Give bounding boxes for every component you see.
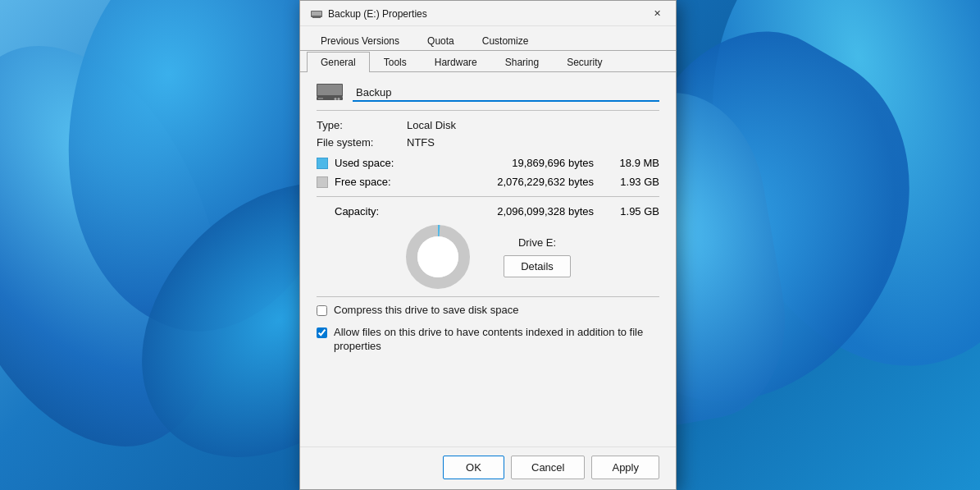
free-space-color [317,176,328,188]
index-checkbox[interactable] [317,327,327,338]
tab-customize[interactable]: Customize [468,30,543,51]
dialog-icon [310,7,323,21]
index-checkbox-row: Allow files on this drive to have conten… [317,326,659,354]
donut-chart [405,224,471,290]
tab-tools[interactable]: Tools [370,52,421,72]
used-space-color [317,158,328,169]
divider-3 [317,296,659,297]
svg-rect-5 [317,85,342,95]
capacity-human: 1.95 GB [610,205,659,218]
svg-rect-2 [313,16,320,17]
type-row: Type: Local Disk [317,119,659,131]
free-space-human: 1.93 GB [610,176,659,188]
capacity-row: Capacity: 2,096,099,328 bytes 1.95 GB [317,205,659,218]
content-area: Type: Local Disk File system: NTFS Used … [300,72,676,446]
svg-rect-1 [312,11,321,16]
space-section: Used space: 19,869,696 bytes 18.9 MB Fre… [317,157,659,188]
svg-rect-7 [318,98,323,99]
used-space-bytes: 19,869,696 bytes [417,157,610,169]
cancel-button[interactable]: Cancel [511,456,585,479]
apply-button[interactable]: Apply [591,456,659,479]
svg-point-8 [338,98,340,100]
compress-checkbox-row: Compress this drive to save disk space [317,304,659,318]
chart-area: Drive E: Details [317,224,659,290]
properties-dialog: Backup (E:) Properties ✕ Previous Versio… [299,0,677,490]
compress-label[interactable]: Compress this drive to save disk space [334,304,518,318]
drive-icon [317,84,343,102]
index-label[interactable]: Allow files on this drive to have conten… [334,326,659,354]
ok-button[interactable]: OK [443,456,504,479]
capacity-label: Capacity: [335,205,405,218]
tab-container: Previous Versions Quota Customize Genera… [300,26,676,72]
details-button[interactable]: Details [504,255,571,277]
tab-general[interactable]: General [307,52,370,72]
svg-rect-3 [312,17,321,18]
drive-name-input[interactable] [353,85,659,102]
divider-2 [317,196,659,197]
tab-sharing[interactable]: Sharing [491,52,553,72]
tab-row-1: Previous Versions Quota Customize [300,26,676,51]
compress-checkbox[interactable] [317,305,327,316]
drive-label-section: Drive E: Details [504,236,571,277]
tab-row-2: General Tools Hardware Sharing Security [300,51,676,72]
capacity-bytes: 2,096,099,328 bytes [405,205,610,218]
free-space-label: Free space: [335,176,417,188]
tab-quota[interactable]: Quota [413,30,468,51]
filesystem-value: NTFS [407,136,435,149]
title-bar: Backup (E:) Properties ✕ [300,1,676,26]
type-value: Local Disk [407,119,456,131]
type-label: Type: [317,119,407,131]
svg-point-9 [335,98,337,100]
used-space-human: 18.9 MB [610,157,659,169]
filesystem-row: File system: NTFS [317,136,659,149]
dialog-title: Backup (E:) Properties [328,8,633,20]
used-space-row: Used space: 19,869,696 bytes 18.9 MB [317,157,659,169]
free-space-row: Free space: 2,076,229,632 bytes 1.93 GB [317,176,659,188]
drive-label: Drive E: [518,236,556,249]
tab-previous-versions[interactable]: Previous Versions [307,30,413,51]
button-bar: OK Cancel Apply [300,446,676,489]
drive-name-section [317,84,659,102]
free-space-bytes: 2,076,229,632 bytes [417,176,610,188]
tab-security[interactable]: Security [553,52,616,72]
tab-hardware[interactable]: Hardware [421,52,491,72]
divider-1 [317,110,659,111]
close-button[interactable]: ✕ [638,2,676,25]
used-space-label: Used space: [335,157,417,169]
filesystem-label: File system: [317,136,407,149]
checkbox-section: Compress this drive to save disk space A… [317,304,659,354]
svg-point-12 [417,236,458,277]
